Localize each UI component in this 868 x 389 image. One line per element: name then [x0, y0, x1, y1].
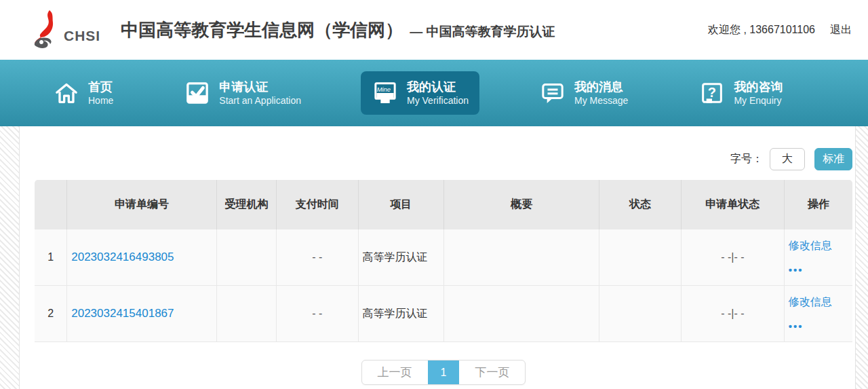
table-header-row: 申请单编号 受理机构 支付时间 项目 概要 状态 申请单状态 操作 — [35, 180, 852, 229]
nav-my-message-en: My Message — [574, 95, 628, 107]
nav-start-application-en: Start an Application — [219, 95, 301, 107]
logo-text: CHSI — [64, 28, 100, 44]
current-page-button[interactable]: 1 — [428, 360, 460, 384]
fontsize-standard-button[interactable]: 标准 — [814, 148, 852, 170]
nav-start-application-zh: 申请认证 — [219, 79, 301, 95]
question-icon: ? — [698, 79, 726, 107]
welcome-text: 欢迎您 , 13667101106 — [708, 23, 815, 37]
fontsize-label: 字号： — [730, 152, 763, 166]
logout-link[interactable]: 退出 — [830, 23, 852, 37]
col-pay-time: 支付时间 — [277, 180, 359, 229]
edit-info-link[interactable]: 修改信息 — [789, 295, 848, 310]
pay-time-cell: - - — [277, 286, 359, 342]
main-nav: 首页 Home 申请认证 Start an Application Mine 我… — [0, 60, 868, 126]
nav-item-my-message[interactable]: 我的消息 My Message — [528, 71, 639, 115]
nav-my-verification-en: My Verification — [407, 95, 469, 107]
row-index: 2 — [35, 286, 67, 342]
status-cell — [599, 286, 682, 342]
col-summary: 概要 — [444, 180, 599, 229]
pagination: 上一页 1 下一页 — [361, 360, 526, 385]
summary-cell — [444, 229, 599, 286]
more-actions-link[interactable]: ••• — [789, 320, 848, 332]
next-page-button[interactable]: 下一页 — [459, 360, 525, 384]
nav-item-my-verification[interactable]: Mine 我的认证 My Verification — [361, 71, 479, 115]
chsi-bird-icon — [31, 9, 62, 51]
prev-page-button[interactable]: 上一页 — [362, 360, 428, 384]
nav-my-enquiry-zh: 我的咨询 — [734, 79, 783, 95]
actions-cell: 修改信息 ••• — [785, 286, 852, 342]
col-status: 状态 — [599, 180, 682, 229]
summary-cell — [444, 286, 599, 342]
applications-table: 申请单编号 受理机构 支付时间 项目 概要 状态 申请单状态 操作 1 2023… — [35, 180, 852, 342]
order-number-link[interactable]: 2023032416493805 — [71, 251, 174, 263]
row-index: 1 — [35, 229, 67, 286]
nav-home-zh: 首页 — [88, 79, 113, 95]
fontsize-large-button[interactable]: 大 — [770, 148, 805, 170]
home-icon — [53, 79, 80, 107]
col-agency: 受理机构 — [217, 180, 277, 229]
col-index — [35, 180, 67, 229]
message-icon — [539, 79, 566, 107]
nav-home-en: Home — [88, 95, 113, 107]
chsi-logo: CHSI — [31, 9, 100, 51]
order-status-cell: - -|- - — [682, 229, 785, 286]
edit-info-link[interactable]: 修改信息 — [789, 239, 848, 253]
pagination-container: 上一页 1 下一页 — [35, 360, 852, 385]
project-cell: 高等学历认证 — [359, 286, 445, 342]
nav-my-verification-zh: 我的认证 — [407, 79, 469, 95]
order-number-cell: 2023032416493805 — [67, 229, 217, 286]
content-panel: 字号： 大 标准 申请单编号 受理机构 支付时间 项目 概要 状态 申请单状态 — [19, 126, 856, 389]
nav-item-my-enquiry[interactable]: ? 我的咨询 My Enquiry — [688, 71, 793, 115]
agency-cell — [217, 286, 277, 342]
header-user-area: 欢迎您 , 13667101106 退出 — [708, 23, 852, 37]
svg-text:Mine: Mine — [377, 86, 391, 93]
order-number-link[interactable]: 2023032415401867 — [71, 307, 174, 320]
site-title-main: 中国高等教育学生信息网（学信网） — [121, 18, 403, 42]
order-status-cell: - -|- - — [682, 286, 785, 342]
project-cell: 高等学历认证 — [359, 229, 445, 286]
site-title-sub: — 中国高等教育学历认证 — [410, 23, 555, 41]
svg-text:?: ? — [708, 85, 716, 100]
agency-cell — [217, 229, 277, 286]
nav-my-message-zh: 我的消息 — [574, 79, 628, 95]
mine-icon: Mine — [372, 79, 399, 107]
col-order-number: 申请单编号 — [67, 180, 217, 229]
nav-item-home[interactable]: 首页 Home — [42, 71, 124, 115]
col-actions: 操作 — [785, 180, 852, 229]
top-header: CHSI 中国高等教育学生信息网（学信网） — 中国高等教育学历认证 欢迎您 ,… — [0, 0, 868, 60]
site-title: 中国高等教育学生信息网（学信网） — 中国高等教育学历认证 — [121, 18, 555, 42]
checkbox-icon — [184, 79, 211, 107]
fontsize-toolbar: 字号： 大 标准 — [35, 126, 852, 170]
more-actions-link[interactable]: ••• — [789, 264, 848, 276]
actions-cell: 修改信息 ••• — [785, 229, 852, 286]
table-row: 2 2023032415401867 - - 高等学历认证 - -|- - 修改… — [35, 286, 852, 342]
pay-time-cell: - - — [277, 229, 359, 286]
content-background: 字号： 大 标准 申请单编号 受理机构 支付时间 项目 概要 状态 申请单状态 — [0, 126, 868, 389]
nav-item-start-application[interactable]: 申请认证 Start an Application — [173, 71, 312, 115]
col-order-status: 申请单状态 — [682, 180, 785, 229]
order-number-cell: 2023032415401867 — [67, 286, 217, 342]
nav-my-enquiry-en: My Enquiry — [734, 95, 783, 107]
status-cell — [599, 229, 682, 286]
table-row: 1 2023032416493805 - - 高等学历认证 - -|- - 修改… — [35, 229, 852, 286]
col-project: 项目 — [359, 180, 445, 229]
